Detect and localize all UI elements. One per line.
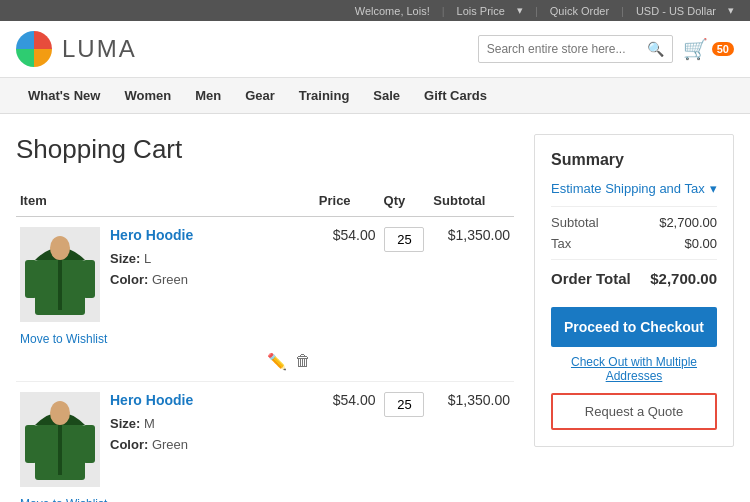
tax-value: $0.00 [684, 236, 717, 251]
hoodie-svg [25, 230, 95, 320]
svg-point-4 [50, 236, 70, 260]
dropdown-icon: ▾ [517, 4, 523, 17]
divider-2 [551, 259, 717, 260]
cart-table: Item Price Qty Subtotal [16, 185, 514, 502]
chevron-down-icon: ▾ [710, 181, 717, 196]
header: LUMA 🔍 🛒 50 [0, 21, 750, 78]
multi-address-link[interactable]: Check Out with Multiple Addresses [551, 355, 717, 383]
color-label: Color: [110, 272, 148, 287]
svg-rect-7 [25, 425, 37, 463]
hoodie-svg-2 [25, 395, 95, 485]
move-to-wishlist[interactable]: Move to Wishlist [20, 332, 107, 346]
cart-section: Shopping Cart Item Price Qty Subtotal [16, 134, 514, 502]
qty-input[interactable] [384, 227, 424, 252]
svg-point-9 [50, 401, 70, 425]
svg-rect-6 [58, 425, 62, 475]
svg-rect-3 [83, 260, 95, 298]
nav-sale[interactable]: Sale [361, 78, 412, 113]
user-menu[interactable]: Lois Price [457, 5, 505, 17]
logo-icon [16, 31, 52, 67]
col-qty: Qty [380, 185, 430, 217]
top-bar: Welcome, Lois! | Lois Price ▾ | Quick Or… [0, 0, 750, 21]
order-total-value: $2,700.00 [650, 270, 717, 287]
product-image [20, 227, 100, 322]
nav-training[interactable]: Training [287, 78, 362, 113]
table-row: Hero Hoodie Size: M Color: Green Move t [16, 382, 514, 503]
item-price: $54.00 [315, 217, 380, 382]
divider [551, 206, 717, 207]
cart-count: 50 [712, 42, 734, 56]
subtotal-row: Subtotal $2,700.00 [551, 215, 717, 230]
welcome-text: Welcome, Lois! [355, 5, 430, 17]
order-total-label: Order Total [551, 270, 631, 287]
search-box[interactable]: 🔍 [478, 35, 673, 63]
nav-gift-cards[interactable]: Gift Cards [412, 78, 499, 113]
quick-order-link[interactable]: Quick Order [550, 5, 609, 17]
edit-icon[interactable]: ✏️ [267, 352, 287, 371]
product-image [20, 392, 100, 487]
col-price: Price [315, 185, 380, 217]
navigation: What's New Women Men Gear Training Sale … [0, 78, 750, 114]
nav-women[interactable]: Women [112, 78, 183, 113]
cart-button[interactable]: 🛒 50 [683, 37, 734, 61]
col-subtotal: Subtotal [429, 185, 514, 217]
nav-men[interactable]: Men [183, 78, 233, 113]
delete-icon[interactable]: 🗑 [295, 352, 311, 371]
color-value: Green [152, 272, 188, 287]
color-label-2: Color: [110, 437, 148, 452]
search-icon[interactable]: 🔍 [647, 41, 664, 57]
svg-rect-8 [83, 425, 95, 463]
col-item: Item [16, 185, 315, 217]
subtotal-value: $2,700.00 [659, 215, 717, 230]
move-to-wishlist-2[interactable]: Move to Wishlist [20, 497, 107, 502]
main-content: Shopping Cart Item Price Qty Subtotal [0, 114, 750, 502]
product-name[interactable]: Hero Hoodie [110, 227, 193, 243]
item-subtotal: $1,350.00 [429, 217, 514, 382]
tax-row: Tax $0.00 [551, 236, 717, 251]
currency-dropdown-icon: ▾ [728, 4, 734, 17]
item-price-2: $54.00 [315, 382, 380, 503]
currency-selector[interactable]: USD - US Dollar [636, 5, 716, 17]
product-name-2[interactable]: Hero Hoodie [110, 392, 193, 408]
page-title: Shopping Cart [16, 134, 514, 165]
color-value-2: Green [152, 437, 188, 452]
size-label-2: Size: [110, 416, 140, 431]
request-quote-button[interactable]: Request a Quote [551, 393, 717, 430]
checkout-button[interactable]: Proceed to Checkout [551, 307, 717, 347]
size-value: L [144, 251, 151, 266]
item-subtotal-2: $1,350.00 [429, 382, 514, 503]
order-total-row: Order Total $2,700.00 [551, 270, 717, 287]
logo[interactable]: LUMA [16, 31, 137, 67]
summary-panel: Summary Estimate Shipping and Tax ▾ Subt… [534, 134, 734, 447]
qty-input-2[interactable] [384, 392, 424, 417]
nav-gear[interactable]: Gear [233, 78, 287, 113]
header-right: 🔍 🛒 50 [478, 35, 734, 63]
summary-title: Summary [551, 151, 717, 169]
subtotal-label: Subtotal [551, 215, 599, 230]
logo-text: LUMA [62, 35, 137, 63]
svg-rect-1 [58, 260, 62, 310]
size-label: Size: [110, 251, 140, 266]
estimate-shipping-label: Estimate Shipping and Tax [551, 181, 705, 196]
nav-whats-new[interactable]: What's New [16, 78, 112, 113]
size-value-2: M [144, 416, 155, 431]
table-row: Hero Hoodie Size: L Color: Green Move t [16, 217, 514, 382]
estimate-shipping[interactable]: Estimate Shipping and Tax ▾ [551, 181, 717, 196]
tax-label: Tax [551, 236, 571, 251]
search-input[interactable] [487, 42, 647, 56]
svg-rect-2 [25, 260, 37, 298]
